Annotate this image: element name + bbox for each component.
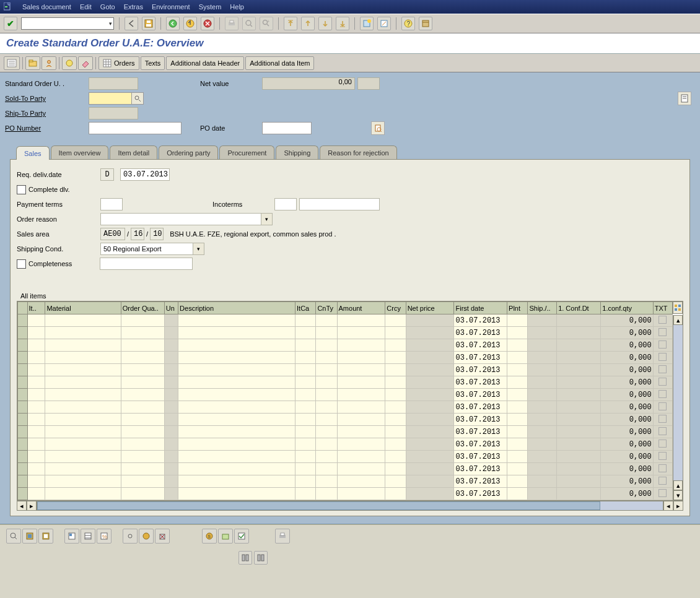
additional-data-item-button[interactable]: Additional data Item <box>245 56 314 70</box>
command-field[interactable]: ▾ <box>21 17 114 30</box>
grid-cell[interactable] <box>295 414 316 426</box>
header-detail-button[interactable] <box>678 92 691 105</box>
complete-dlv-checkbox[interactable] <box>17 185 26 194</box>
grid-cell[interactable] <box>653 339 672 352</box>
tab-procurement[interactable]: Procurement <box>219 145 274 159</box>
grid-cell[interactable] <box>316 401 337 414</box>
grid-cell[interactable]: 0,000 <box>601 314 653 327</box>
grid-cell[interactable] <box>178 314 295 327</box>
grid-cell[interactable] <box>406 426 454 438</box>
menu-extras[interactable]: Extras <box>124 3 143 11</box>
grid-cell[interactable] <box>164 339 178 352</box>
grid-cell[interactable] <box>557 327 601 339</box>
grid-cell[interactable] <box>557 438 601 451</box>
grid-cell[interactable] <box>27 414 45 426</box>
grid-cell[interactable]: 0,000 <box>601 463 653 475</box>
grid-cell[interactable] <box>178 451 295 463</box>
grid-cell[interactable]: 03.07.2013 <box>454 389 507 401</box>
grid-cell[interactable] <box>27 451 45 463</box>
grid-cell[interactable] <box>295 401 316 414</box>
bt-select-all-button[interactable] <box>22 529 37 544</box>
grid-cell[interactable] <box>295 451 316 463</box>
grid-cell[interactable] <box>121 327 164 339</box>
grid-cell[interactable] <box>316 438 337 451</box>
grid-cell[interactable] <box>406 389 454 401</box>
grid-cell[interactable] <box>316 376 337 389</box>
grid-cell[interactable] <box>45 376 121 389</box>
grid-col-description[interactable]: Description <box>178 302 295 314</box>
grid-cell[interactable] <box>507 339 528 352</box>
bt-availability-button[interactable] <box>218 529 233 544</box>
grid-cell[interactable] <box>385 389 406 401</box>
grid-cell[interactable] <box>528 364 557 376</box>
grid-cell[interactable] <box>507 389 528 401</box>
grid-cell[interactable] <box>27 438 45 451</box>
grid-cell[interactable] <box>385 463 406 475</box>
grid-cell[interactable] <box>385 364 406 376</box>
table-row[interactable]: 03.07.20130,000 <box>18 475 673 488</box>
grid-cell[interactable]: 0,000 <box>601 488 653 500</box>
grid-col-net-price[interactable]: Net price <box>406 302 454 314</box>
grid-cell[interactable] <box>45 463 121 475</box>
grid-cell[interactable] <box>653 463 672 475</box>
cancel-button[interactable] <box>201 17 214 30</box>
txt-checkbox[interactable] <box>658 464 667 472</box>
completeness-checkbox[interactable] <box>17 259 26 269</box>
grid-cell[interactable]: 03.07.2013 <box>454 401 507 414</box>
grid-cell[interactable] <box>653 376 672 389</box>
grid-cell[interactable] <box>557 475 601 488</box>
incoterms1-input[interactable] <box>274 198 297 210</box>
grid-cell[interactable] <box>337 488 385 500</box>
row-selector[interactable] <box>18 389 28 401</box>
grid-cell[interactable] <box>385 488 406 500</box>
grid-cell[interactable] <box>178 352 295 364</box>
grid-cell[interactable]: 0,000 <box>601 339 653 352</box>
grid-col-1-conf-qty[interactable]: 1.conf.qty <box>601 302 653 314</box>
grid-cell[interactable] <box>178 426 295 438</box>
grid-col-ship-[interactable]: Ship./.. <box>528 302 557 314</box>
grid-cell[interactable] <box>528 451 557 463</box>
row-selector[interactable] <box>18 339 28 352</box>
grid-cell[interactable] <box>557 364 601 376</box>
grid-cell[interactable] <box>164 401 178 414</box>
grid-col-order-qua-[interactable]: Order Qua.. <box>121 302 164 314</box>
grid-cell[interactable] <box>45 364 121 376</box>
grid-cell[interactable] <box>164 352 178 364</box>
grid-cell[interactable] <box>164 414 178 426</box>
grid-cell[interactable] <box>27 463 45 475</box>
grid-horizontal-scrollbar[interactable]: ◂ ▸ ◂ ▸ <box>17 501 683 511</box>
grid-config-button[interactable] <box>673 301 683 314</box>
sold-to-party-label[interactable]: Sold-To Party <box>5 95 89 102</box>
table-row[interactable]: 03.07.20130,000 <box>18 426 673 438</box>
table-row[interactable]: 03.07.20130,000 <box>18 314 673 327</box>
grid-cell[interactable] <box>295 364 316 376</box>
header-button-3[interactable] <box>62 56 77 70</box>
bt-config-button[interactable] <box>123 529 138 544</box>
menu-environment[interactable]: Environment <box>152 3 190 11</box>
grid-cell[interactable] <box>316 314 337 327</box>
grid-cell[interactable] <box>385 314 406 327</box>
sold-to-party-input[interactable] <box>89 92 132 105</box>
grid-cell[interactable] <box>528 401 557 414</box>
grid-cell[interactable] <box>178 389 295 401</box>
grid-cell[interactable] <box>45 488 121 500</box>
grid-cell[interactable] <box>385 401 406 414</box>
grid-cell[interactable] <box>121 352 164 364</box>
bt-deselect-all-button[interactable] <box>38 529 53 544</box>
grid-cell[interactable] <box>507 314 528 327</box>
grid-cell[interactable] <box>295 389 316 401</box>
additional-data-header-button[interactable]: Additional data Header <box>166 56 244 70</box>
grid-cell[interactable] <box>316 327 337 339</box>
grid-cell[interactable] <box>45 475 121 488</box>
menu-help[interactable]: Help <box>230 3 244 11</box>
table-row[interactable]: 03.07.20130,000 <box>18 376 673 389</box>
grid-cell[interactable] <box>528 438 557 451</box>
row-selector[interactable] <box>18 488 28 500</box>
grid-cell[interactable] <box>121 438 164 451</box>
orders-button[interactable]: Orders <box>98 56 139 70</box>
grid-cell[interactable] <box>121 389 164 401</box>
menu-system[interactable]: System <box>199 3 222 11</box>
grid-cell[interactable] <box>337 451 385 463</box>
grid-cell[interactable] <box>385 414 406 426</box>
grid-cell[interactable] <box>406 327 454 339</box>
